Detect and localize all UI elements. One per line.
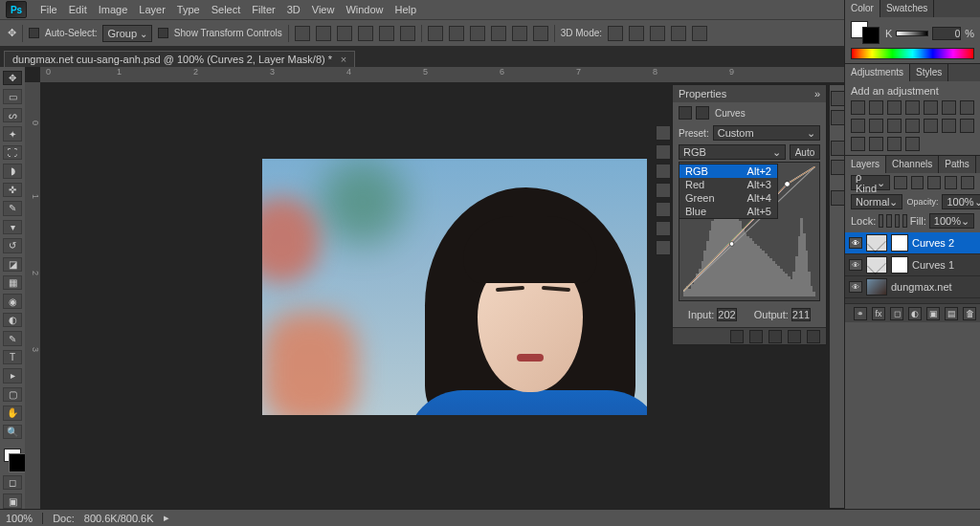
screen-mode-tool[interactable]: ▣: [3, 493, 22, 508]
adj-posterize-icon[interactable]: [942, 119, 956, 133]
crop-tool[interactable]: ⛶: [3, 145, 22, 160]
auto-select-group-dropdown[interactable]: Group ⌄: [102, 25, 151, 42]
stamp-tool[interactable]: ▾: [3, 220, 22, 234]
curves-gray-point-tool[interactable]: [656, 221, 671, 236]
input-value-field[interactable]: 202: [717, 308, 736, 321]
3d-slide-icon[interactable]: [671, 26, 686, 41]
align-top-icon[interactable]: [295, 26, 310, 41]
layer-visibility-toggle[interactable]: 👁: [849, 237, 862, 249]
layer-thumbnail-curves-icon[interactable]: [866, 256, 887, 274]
curves-target-adjust-tool[interactable]: [656, 125, 671, 141]
auto-button[interactable]: Auto: [790, 144, 820, 160]
channel-option-red[interactable]: RedAlt+3: [679, 178, 777, 191]
adj-photofilter-icon[interactable]: [869, 119, 883, 133]
adj-gradientmap-icon[interactable]: [851, 137, 865, 151]
output-value-field[interactable]: 211: [791, 308, 811, 321]
collapse-icon[interactable]: »: [814, 88, 820, 99]
blur-tool[interactable]: ◉: [3, 294, 22, 308]
layer-row[interactable]: 👁 Curves 2: [845, 232, 980, 254]
adj-invert-icon[interactable]: [924, 119, 938, 133]
auto-select-checkbox[interactable]: [29, 28, 39, 38]
mask-icon[interactable]: [696, 106, 709, 120]
zoom-level[interactable]: 100%: [6, 513, 33, 524]
menu-3d[interactable]: 3D: [281, 0, 306, 19]
adj-extra2-icon[interactable]: [905, 137, 920, 151]
pen-tool[interactable]: ✎: [3, 331, 22, 345]
adj-vibrance-icon[interactable]: [924, 100, 938, 115]
shape-tool[interactable]: ▢: [3, 387, 22, 402]
lock-pixels-icon[interactable]: [886, 214, 891, 228]
k-value-input[interactable]: [932, 27, 961, 40]
filter-shape-layers-icon[interactable]: [945, 176, 958, 189]
adj-brightness-icon[interactable]: [851, 100, 865, 115]
tab-channels[interactable]: Channels: [886, 156, 939, 173]
foreground-background-colors[interactable]: [4, 449, 21, 462]
adj-colorbalance-icon[interactable]: [960, 100, 974, 115]
spot-heal-tool[interactable]: ✜: [3, 183, 22, 197]
adj-colorlookup-icon[interactable]: [905, 119, 920, 133]
gradient-tool[interactable]: ▦: [3, 275, 22, 290]
menu-type[interactable]: Type: [171, 0, 206, 19]
fill-value-input[interactable]: 100%⌄: [929, 213, 974, 229]
adjustment-icon[interactable]: [679, 106, 692, 120]
layer-thumbnail-image[interactable]: [866, 278, 887, 296]
filter-adj-layers-icon[interactable]: [911, 176, 924, 189]
channel-option-rgb[interactable]: RGBAlt+2: [679, 164, 777, 178]
curves-draw-tool[interactable]: [656, 164, 671, 179]
layer-filter-kind-dropdown[interactable]: ρ Kind⌄: [851, 175, 890, 190]
quick-mask-tool[interactable]: ◻: [3, 475, 22, 490]
menu-help[interactable]: Help: [390, 0, 423, 19]
adj-curves-icon[interactable]: [887, 100, 902, 115]
path-select-tool[interactable]: ▸: [3, 368, 22, 383]
lock-transparency-icon[interactable]: [879, 214, 883, 228]
layer-fx-icon[interactable]: fx: [872, 307, 885, 320]
tab-adjustments[interactable]: Adjustments: [845, 64, 910, 81]
adj-extra1-icon[interactable]: [887, 137, 902, 151]
eyedropper-tool[interactable]: ◗: [3, 164, 22, 178]
menu-layer[interactable]: Layer: [133, 0, 171, 19]
type-tool[interactable]: T: [3, 350, 22, 364]
channel-option-green[interactable]: GreenAlt+4: [679, 191, 777, 205]
menu-select[interactable]: Select: [206, 0, 247, 19]
tab-paths[interactable]: Paths: [939, 156, 976, 173]
curves-smooth-tool[interactable]: [656, 183, 671, 198]
tab-styles[interactable]: Styles: [910, 64, 948, 81]
align-vcenter-icon[interactable]: [316, 26, 331, 41]
lock-all-icon[interactable]: [902, 214, 907, 228]
curves-sampler-tool[interactable]: [656, 144, 671, 160]
new-layer-icon[interactable]: ▤: [945, 307, 958, 320]
layer-row[interactable]: 👁 dungmax.net: [845, 276, 980, 298]
menu-filter[interactable]: Filter: [246, 0, 280, 19]
toggle-visibility-icon[interactable]: [788, 330, 801, 343]
move-tool[interactable]: ✥: [3, 71, 22, 85]
menu-image[interactable]: Image: [93, 0, 134, 19]
tab-color[interactable]: Color: [845, 0, 880, 17]
lasso-tool[interactable]: ᔕ: [3, 108, 22, 122]
distribute-left-icon[interactable]: [491, 26, 506, 41]
magic-wand-tool[interactable]: ✦: [3, 126, 22, 141]
adj-levels-icon[interactable]: [869, 100, 883, 115]
layer-visibility-toggle[interactable]: 👁: [849, 281, 862, 293]
new-group-icon[interactable]: ▣: [926, 307, 940, 320]
distribute-hcenter-icon[interactable]: [512, 26, 527, 41]
layer-visibility-toggle[interactable]: 👁: [849, 259, 862, 271]
new-adjustment-layer-icon[interactable]: ◐: [908, 307, 922, 320]
adj-exposure-icon[interactable]: [905, 100, 920, 115]
history-brush-tool[interactable]: ↺: [3, 238, 22, 252]
layer-mask-thumbnail[interactable]: [891, 256, 908, 274]
filter-type-layers-icon[interactable]: [927, 176, 941, 189]
canvas-image[interactable]: [262, 159, 647, 415]
3d-roll-icon[interactable]: [629, 26, 644, 41]
close-tab-icon[interactable]: ×: [341, 54, 346, 65]
filter-pixel-layers-icon[interactable]: [894, 176, 907, 189]
menu-window[interactable]: Window: [340, 0, 389, 19]
distribute-right-icon[interactable]: [533, 26, 548, 41]
curves-black-point-tool[interactable]: [656, 202, 671, 217]
align-right-icon[interactable]: [400, 26, 415, 41]
k-slider[interactable]: [896, 31, 928, 36]
layer-name[interactable]: Curves 2: [912, 237, 954, 249]
view-previous-icon[interactable]: [749, 330, 763, 343]
3d-pan-icon[interactable]: [650, 26, 665, 41]
adj-bw-icon[interactable]: [851, 119, 865, 133]
adj-threshold-icon[interactable]: [960, 119, 974, 133]
